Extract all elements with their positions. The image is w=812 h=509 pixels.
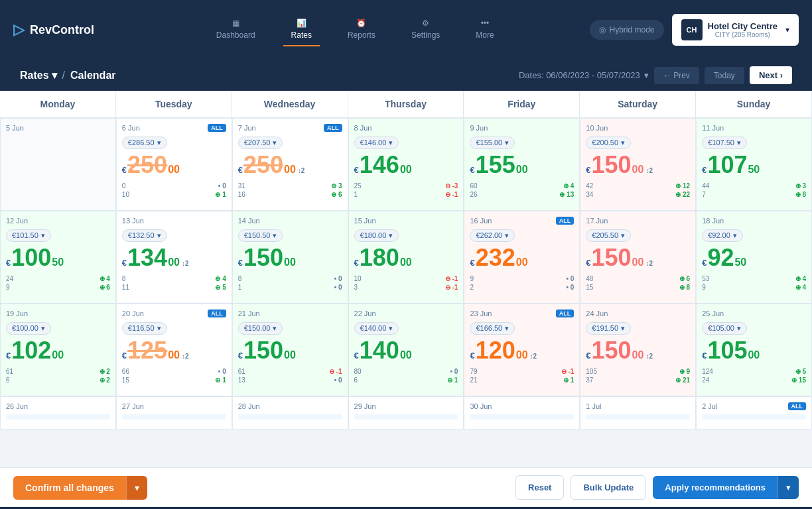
rate-decimal: 00: [516, 256, 528, 268]
cal-day-2-0[interactable]: 19 Jun€100.00 ▾€1020061⊕ 26⊕ 2: [0, 304, 116, 396]
cal-day-1-5[interactable]: 17 Jun€205.50 ▾€15000↕248⊕ 615⊕ 8: [580, 211, 696, 304]
cal-day-3-2[interactable]: 28 Jun: [232, 396, 348, 429]
stat-right: ⊕ 12: [675, 182, 690, 190]
stat-right: ⊕ 22: [675, 191, 690, 198]
cal-day-1-6[interactable]: 18 Jun€92.00 ▾€925053⊕ 49⊕ 4: [696, 211, 812, 304]
stat-right: ⊕ 1: [215, 376, 226, 384]
cal-day-3-0[interactable]: 26 Jun: [0, 396, 116, 429]
day-header: 22 Jun: [354, 310, 458, 317]
rate-badge[interactable]: €92.00 ▾: [702, 229, 743, 242]
chevron-down-icon: ▾: [273, 231, 277, 240]
cal-day-1-4[interactable]: 16 JunALL€262.00 ▾€232009• 02• 0: [464, 211, 580, 304]
rates-breadcrumb[interactable]: Rates ▾: [20, 69, 57, 82]
hybrid-mode-button[interactable]: ◎ Hybrid mode: [590, 20, 664, 40]
cal-day-3-5[interactable]: 1 Jul: [580, 396, 696, 429]
rate-badge[interactable]: €116.50 ▾: [122, 322, 167, 335]
cal-day-1-1[interactable]: 13 Jun€132.50 ▾€13400↕28⊕ 411⊕ 5: [116, 211, 232, 304]
bulk-update-button[interactable]: Bulk Update: [571, 475, 646, 500]
nav-rates[interactable]: 📊 Rates: [283, 13, 320, 46]
day-date: 16 Jun: [470, 217, 492, 225]
apply-recommendations-dropdown[interactable]: ▾: [778, 476, 799, 499]
cal-day-2-3[interactable]: 22 Jun€140.00 ▾€1400080• 06⊕ 1: [348, 304, 464, 396]
stat-right: ⊕ 15: [791, 376, 806, 384]
cal-day-3-3[interactable]: 29 Jun: [348, 396, 464, 429]
cal-day-0-4[interactable]: 9 Jun€155.00 ▾€1550060⊕ 426⊕ 13: [464, 118, 580, 211]
rate-badge[interactable]: €155.00 ▾: [470, 137, 515, 149]
cal-day-3-1[interactable]: 27 Jun: [116, 396, 232, 429]
nav-settings[interactable]: ⚙ Settings: [403, 13, 448, 46]
rate-decimal: 00: [168, 256, 180, 268]
cal-day-2-1[interactable]: 20 JunALL€116.50 ▾€12500↕266• 015⊕ 1: [116, 304, 232, 396]
rate-badge[interactable]: €105.00 ▾: [702, 322, 747, 335]
cal-day-0-3[interactable]: 8 Jun€146.00 ▾€1460025⊖ -31⊖ -1: [348, 118, 464, 211]
cal-day-0-5[interactable]: 10 Jun€200.50 ▾€15000↕242⊕ 1234⊕ 22: [580, 118, 696, 211]
cal-day-1-0[interactable]: 12 Jun€101.50 ▾€1005024⊕ 49⊕ 6: [0, 211, 116, 304]
rate-badge[interactable]: €166.50 ▾: [470, 322, 515, 335]
cal-day-0-1[interactable]: 6 JunALL€286.50 ▾€250000• 010⊕ 1: [116, 118, 232, 211]
cal-day-2-6[interactable]: 25 Jun€105.00 ▾€10500124⊕ 524⊕ 15: [696, 304, 812, 396]
rate-badge[interactable]: €150.00 ▾: [238, 322, 283, 335]
header-wednesday: Wednesday: [232, 91, 348, 117]
main-rate: €25000: [122, 153, 226, 177]
chevron-down-icon: ▾: [505, 231, 509, 240]
cal-day-0-6[interactable]: 11 Jun€107.50 ▾€1075044⊕ 37⊕ 8: [696, 118, 812, 211]
rate-badge[interactable]: €200.50 ▾: [586, 137, 631, 149]
next-button[interactable]: Next ›: [750, 66, 792, 84]
rate-badge[interactable]: €180.00 ▾: [354, 229, 399, 242]
more-icon: •••: [481, 19, 490, 28]
rate-badge[interactable]: €286.50 ▾: [122, 137, 167, 149]
stat-right: ⊕ 8: [795, 191, 806, 198]
rate-badge[interactable]: €262.00 ▾: [470, 229, 515, 242]
chevron-down-icon: ▾: [41, 231, 45, 240]
today-button[interactable]: Today: [705, 67, 744, 84]
rate-badge[interactable]: €146.00 ▾: [354, 137, 399, 149]
day-date: 23 Jun: [470, 310, 492, 317]
cal-day-3-6[interactable]: 2 JulALL: [696, 396, 812, 429]
rate-badge[interactable]: €205.50 ▾: [586, 229, 631, 242]
cal-day-2-4[interactable]: 23 JunALL€166.50 ▾€12000↕279⊖ -121⊕ 1: [464, 304, 580, 396]
stat-right: • 0: [566, 284, 574, 291]
calendar-header: Monday Tuesday Wednesday Thursday Friday…: [0, 91, 812, 118]
day-header: 27 Jun: [122, 402, 226, 410]
apply-recommendations-button[interactable]: Apply recommendations: [653, 476, 778, 499]
hotel-selector-button[interactable]: CH Hotel City Centre CITY (205 Rooms) ▾: [672, 14, 799, 46]
cal-day-0-2[interactable]: 7 JunALL€207.50 ▾€25000↕231⊕ 316⊕ 6: [232, 118, 348, 211]
day-stats: 79⊖ -121⊕ 1: [470, 368, 574, 384]
confirm-all-changes-button[interactable]: Confirm all changes: [13, 476, 126, 500]
stat-left: 16: [238, 191, 245, 198]
nav-dashboard[interactable]: ▦ Dashboard: [208, 13, 263, 46]
rate-badge[interactable]: €132.50 ▾: [122, 229, 167, 242]
stat-right: ⊖ -1: [445, 275, 458, 282]
rate-decimal: 50: [748, 164, 760, 176]
stat-left: 34: [586, 191, 593, 198]
cal-day-3-4[interactable]: 30 Jun: [464, 396, 580, 429]
main-rate: €12000↕2: [470, 339, 574, 363]
cal-day-0-0[interactable]: 5 Jun: [0, 118, 116, 211]
day-header: 30 Jun: [470, 402, 574, 410]
nav-more[interactable]: ••• More: [468, 13, 502, 46]
stat-row: 53⊕ 4: [702, 275, 806, 282]
reset-button[interactable]: Reset: [515, 475, 564, 500]
rate-badge[interactable]: €191.50 ▾: [586, 322, 631, 335]
stat-row: 13• 0: [238, 376, 342, 384]
rate-badge[interactable]: €100.00 ▾: [6, 322, 51, 335]
confirm-dropdown-button[interactable]: ▾: [126, 476, 147, 500]
day-date: 20 Jun: [122, 310, 144, 317]
prev-button[interactable]: ← Prev: [654, 67, 699, 84]
nav-right: ◎ Hybrid mode CH Hotel City Centre CITY …: [590, 14, 799, 46]
cal-day-1-3[interactable]: 15 Jun€180.00 ▾€1800010⊖ -13⊖ -1: [348, 211, 464, 304]
stat-row: 66• 0: [122, 368, 226, 375]
stat-left: 124: [702, 368, 713, 375]
rate-badge[interactable]: €150.50 ▾: [238, 229, 283, 242]
rate-badge[interactable]: €107.50 ▾: [702, 137, 747, 149]
day-stats: 42⊕ 1234⊕ 22: [586, 182, 690, 198]
cal-day-2-2[interactable]: 21 Jun€150.00 ▾€1500061⊖ -113• 0: [232, 304, 348, 396]
day-stats: 60⊕ 426⊕ 13: [470, 182, 574, 198]
stat-row: 60⊕ 4: [470, 182, 574, 190]
cal-day-2-5[interactable]: 24 Jun€191.50 ▾€15000↕2105⊕ 937⊕ 21: [580, 304, 696, 396]
cal-day-1-2[interactable]: 14 Jun€150.50 ▾€150008• 01• 0: [232, 211, 348, 304]
rate-badge[interactable]: €207.50 ▾: [238, 137, 283, 149]
nav-reports[interactable]: ⏰ Reports: [340, 13, 383, 46]
rate-badge[interactable]: €101.50 ▾: [6, 229, 51, 242]
rate-badge[interactable]: €140.00 ▾: [354, 322, 399, 335]
